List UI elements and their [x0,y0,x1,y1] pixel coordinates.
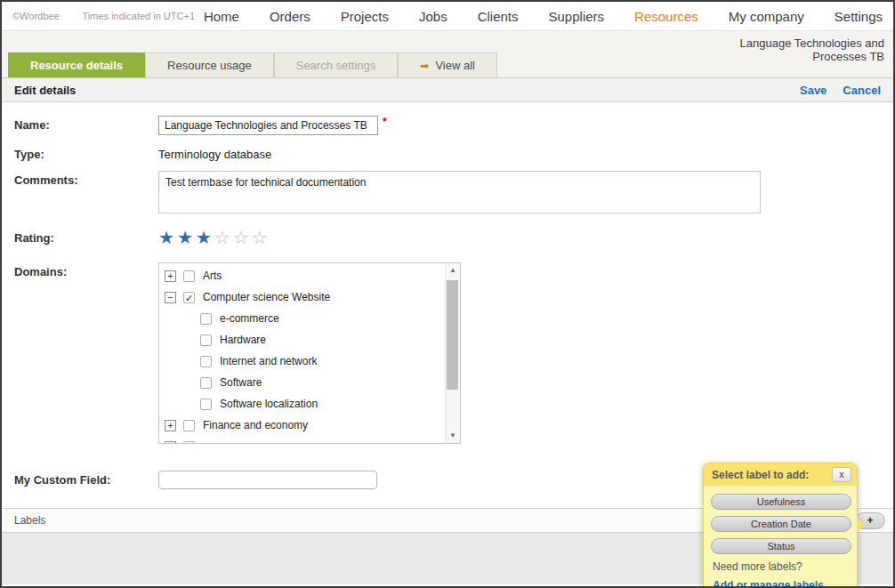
label-option-usefulness[interactable]: Usefulness [711,494,851,510]
collapse-icon[interactable]: − [165,292,176,303]
domains-scrollbar[interactable]: ▲ ▼ [445,263,460,443]
nav-item-suppliers[interactable]: Suppliers [549,9,605,24]
star-filled-icon[interactable]: ★ [158,229,174,246]
domain-label: Software [220,376,262,389]
expand-icon[interactable]: + [165,270,176,282]
name-row: Name: * [14,116,893,135]
save-button[interactable]: Save [800,84,826,97]
wordbee-app-window: ©Wordbee Times indicated in UTC+1 HomeOr… [0,0,895,588]
domain-tree-row: +Arts [159,265,445,286]
nav-item-clients[interactable]: Clients [478,9,519,24]
brand-label: ©Wordbee [12,11,60,21]
page-title: Edit details [14,84,76,97]
domain-label: Hardware [220,334,266,346]
label-option-status[interactable]: Status [711,538,851,554]
label-option-creation-date[interactable]: Creation Date [711,516,851,532]
cancel-button[interactable]: Cancel [843,84,881,97]
expand-icon[interactable]: + [165,441,176,445]
domain-tree-row: e-commerce [159,308,445,329]
required-marker: * [383,116,387,128]
name-label: Name: [14,116,158,132]
type-label: Type: [14,145,158,161]
checkbox-unchecked[interactable] [183,441,195,445]
top-bar: ©Wordbee Times indicated in UTC+1 HomeOr… [2,2,893,31]
domains-tree: +Arts−✓Computer science Websitee-commerc… [159,265,445,444]
name-input[interactable] [158,116,378,135]
resource-title: Language Technologies and Processes TB [693,36,884,63]
star-empty-icon[interactable]: ☆ [214,229,230,246]
domain-label: Computer science Website [203,291,330,303]
checkbox-unchecked[interactable] [200,399,212,410]
tab-search-settings[interactable]: Search settings [274,52,399,77]
checkbox-unchecked[interactable] [200,313,212,325]
arrow-right-icon: ➡ [420,60,429,71]
tab-view-all[interactable]: ➡View all [398,52,497,77]
checkbox-unchecked[interactable] [200,356,212,367]
domains-tree-box: +Arts−✓Computer science Websitee-commerc… [158,262,461,444]
timezone-note: Times indicated in UTC+1 [83,11,195,21]
rating-row: Rating: ★★★☆☆☆ [14,229,893,246]
checkbox-unchecked[interactable] [200,334,212,346]
nav-item-my-company[interactable]: My company [729,9,804,24]
star-filled-icon[interactable]: ★ [177,229,193,246]
popup-title: Select label to add: [712,469,809,481]
domain-label: Internet and network [220,355,317,367]
type-value: Terminology database [158,145,271,161]
rating-stars: ★★★☆☆☆ [158,229,268,246]
domain-label: Arts [203,270,222,282]
tab-resource-details[interactable]: Resource details [8,52,145,77]
comments-textarea[interactable]: Test termbase for technical documentatio… [158,171,761,213]
checkbox-unchecked[interactable] [200,377,212,389]
close-icon[interactable]: x [832,467,851,482]
expand-icon[interactable]: + [165,420,176,431]
popup-header: Select label to add: x [704,463,857,486]
comments-row: Comments: Test termbase for technical do… [14,171,893,213]
main-navigation: HomeOrdersProjectsJobsClientsSuppliersRe… [204,9,883,24]
edit-toolbar: Edit details Save Cancel [2,78,893,102]
nav-item-projects[interactable]: Projects [341,9,389,24]
domain-label: Software localization [220,398,318,410]
manage-labels-link[interactable]: Add or manage labels [713,579,824,588]
checkbox-unchecked[interactable] [183,420,195,431]
nav-item-resources[interactable]: Resources [634,9,698,24]
tab-resource-usage[interactable]: Resource usage [145,52,274,77]
domain-tree-row: +Finance and economy [159,415,445,436]
tab-label: Resource details [30,59,123,72]
domains-label: Domains: [14,262,158,278]
domains-row: Domains: +Arts−✓Computer science Website… [14,262,893,444]
nav-item-settings[interactable]: Settings [835,9,883,24]
comments-label: Comments: [14,171,158,187]
domain-label: Finance and economy [203,419,308,431]
custom-field-label: My Custom Field: [14,471,158,487]
need-more-text: Need more labels? [713,560,850,573]
domain-tree-row: Internet and network [159,350,445,372]
tab-label: Search settings [296,59,376,72]
domain-tree-row: Software [159,372,445,393]
domain-tree-row: + [159,436,445,444]
nav-item-orders[interactable]: Orders [270,9,310,24]
star-filled-icon[interactable]: ★ [196,229,212,246]
tab-label: View all [435,59,475,72]
nav-item-jobs[interactable]: Jobs [419,9,448,24]
popup-body: UsefulnessCreation DateStatus Need more … [704,486,857,588]
star-empty-icon[interactable]: ☆ [233,229,249,246]
star-empty-icon[interactable]: ☆ [252,229,268,246]
tab-strip: Resource detailsResource usageSearch set… [8,52,497,77]
tab-label: Resource usage [167,59,252,72]
tab-band: Resource detailsResource usageSearch set… [2,31,893,78]
domain-label: e-commerce [220,312,279,325]
scroll-down-icon[interactable]: ▼ [446,429,460,443]
popup-pointer-icon [857,518,865,532]
scrollbar-thumb[interactable] [447,280,458,390]
checkbox-checked[interactable]: ✓ [183,292,195,303]
scroll-up-icon[interactable]: ▲ [446,263,460,278]
checkbox-unchecked[interactable] [183,270,195,282]
edit-form: Name: * Type: Terminology database Comme… [2,116,893,489]
rating-label: Rating: [14,229,158,245]
domain-tree-row: Hardware [159,329,445,350]
select-label-popup: Select label to add: x UsefulnessCreatio… [703,463,858,588]
label-options: UsefulnessCreation DateStatus [711,494,850,554]
nav-item-home[interactable]: Home [204,9,239,24]
type-row: Type: Terminology database [14,145,893,161]
custom-field-input[interactable] [158,471,377,489]
